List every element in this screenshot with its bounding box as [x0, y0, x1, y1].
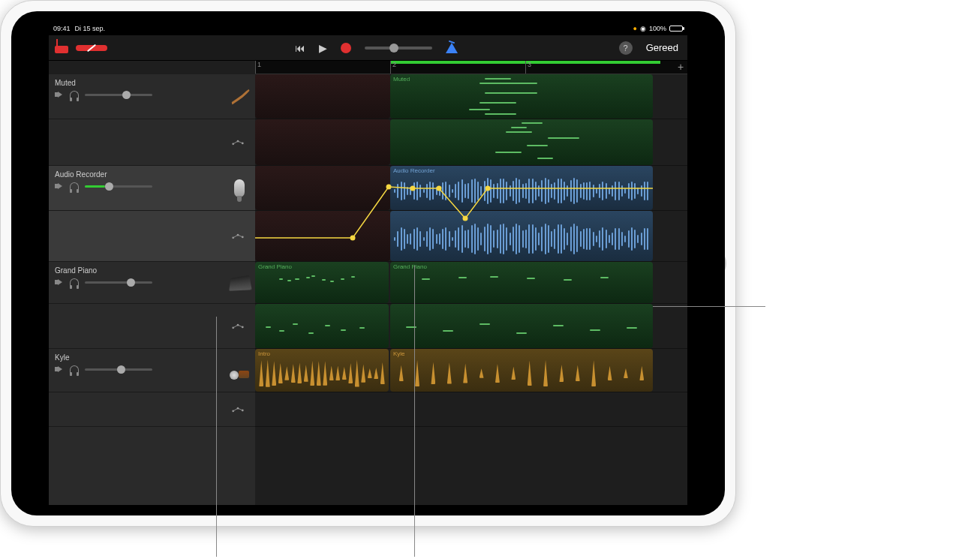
region[interactable]	[390, 211, 653, 261]
track-header[interactable]: Muted	[49, 74, 255, 119]
done-button[interactable]: Gereed	[646, 42, 678, 53]
region[interactable]	[255, 119, 390, 165]
battery-pct: 100%	[649, 25, 666, 32]
region-row	[255, 392, 687, 427]
region[interactable]	[390, 119, 653, 165]
automation-icon[interactable]	[231, 406, 245, 413]
hotspot-icon: ●	[633, 25, 637, 32]
ruler-mark: 2	[390, 61, 396, 74]
region-row: Muted	[255, 74, 687, 119]
volume-slider[interactable]	[85, 185, 152, 188]
automation-row	[49, 304, 255, 349]
status-time: 09:41	[53, 25, 71, 32]
region-row: Grand PianoGrand Piano	[255, 262, 687, 304]
instrument-icon[interactable]	[224, 262, 255, 303]
region-row	[255, 119, 687, 166]
app-screen: 09:41 Di 15 sep. ● ◉ 100% ⏮ ▶	[49, 22, 687, 505]
solo-icon[interactable]	[70, 91, 79, 98]
track-name: Audio Recorder	[55, 170, 218, 179]
instrument-icon[interactable]	[224, 349, 255, 392]
mute-icon[interactable]	[55, 182, 64, 191]
transport-controls: ⏮ ▶	[295, 42, 458, 54]
automation-row	[49, 392, 255, 427]
svg-point-19	[242, 409, 244, 411]
volume-slider[interactable]	[85, 94, 152, 96]
play-button[interactable]: ▶	[319, 42, 327, 54]
track-header[interactable]: Kyle	[49, 349, 255, 392]
solo-icon[interactable]	[70, 365, 79, 373]
mute-icon[interactable]	[55, 90, 64, 99]
region[interactable]: Intro	[255, 349, 389, 392]
record-button[interactable]	[341, 43, 351, 53]
ruler[interactable]: + 123	[255, 61, 687, 74]
pencil-icon	[87, 44, 96, 52]
solo-icon[interactable]	[70, 278, 79, 286]
track-name: Grand Piano	[55, 266, 218, 275]
lock-icon[interactable]	[55, 41, 68, 55]
region[interactable]: Muted	[390, 74, 653, 119]
automation-icon[interactable]	[231, 233, 245, 240]
instrument-icon[interactable]	[224, 74, 255, 119]
solo-icon[interactable]	[70, 182, 79, 190]
mute-icon[interactable]	[55, 365, 64, 374]
instrument-icon[interactable]	[224, 166, 255, 210]
mute-icon[interactable]	[55, 278, 64, 287]
volume-slider[interactable]	[85, 368, 152, 371]
track-name: Kyle	[55, 353, 218, 362]
svg-point-4	[242, 142, 244, 144]
region[interactable]	[255, 166, 390, 210]
toolbar: ⏮ ▶ ? Gereed	[49, 35, 687, 61]
region[interactable]	[255, 74, 390, 119]
scrub-slider[interactable]	[365, 47, 432, 50]
wifi-icon: ◉	[640, 25, 646, 32]
track-header[interactable]: Grand Piano	[49, 262, 255, 304]
ipad-bezel: 09:41 Di 15 sep. ● ◉ 100% ⏮ ▶	[11, 11, 725, 515]
automation-icon[interactable]	[231, 323, 245, 330]
region-row	[255, 304, 687, 349]
region[interactable]: Kyle	[390, 349, 653, 392]
svg-point-14	[242, 326, 244, 328]
ipad-frame: 09:41 Di 15 sep. ● ◉ 100% ⏮ ▶	[0, 0, 736, 527]
status-date: Di 15 sep.	[75, 25, 106, 32]
track-name: Muted	[55, 79, 218, 87]
region[interactable]: Audio Recorder	[390, 166, 653, 210]
edit-toggle[interactable]	[76, 45, 107, 51]
track-headers: Muted Audio Recorder	[49, 74, 255, 505]
region[interactable]	[255, 211, 390, 261]
track-header[interactable]: Audio Recorder	[49, 166, 255, 211]
metronome-icon[interactable]	[446, 43, 458, 53]
help-button[interactable]: ?	[619, 41, 633, 55]
automation-row	[49, 211, 255, 262]
region-row: Audio Recorder	[255, 166, 687, 211]
region[interactable]: Grand Piano	[255, 262, 389, 303]
add-section-button[interactable]: +	[675, 62, 686, 72]
region[interactable]	[390, 304, 653, 348]
automation-icon[interactable]	[231, 139, 245, 146]
battery-icon	[669, 26, 683, 32]
region[interactable]	[255, 304, 389, 348]
status-bar: 09:41 Di 15 sep. ● ◉ 100%	[49, 22, 687, 35]
svg-point-9	[242, 236, 244, 238]
rewind-button[interactable]: ⏮	[295, 42, 305, 54]
volume-slider[interactable]	[85, 281, 152, 284]
ruler-mark: 1	[255, 61, 261, 74]
region-row	[255, 211, 687, 262]
automation-row	[49, 119, 255, 166]
regions-canvas[interactable]: MutedAudio RecorderGrand PianoGrand Pian…	[255, 74, 687, 505]
tracks-area: Muted Audio Recorder	[49, 74, 687, 505]
region-row: IntroKyle	[255, 349, 687, 392]
ruler-mark: 3	[525, 61, 531, 74]
region[interactable]: Grand Piano	[390, 262, 653, 303]
